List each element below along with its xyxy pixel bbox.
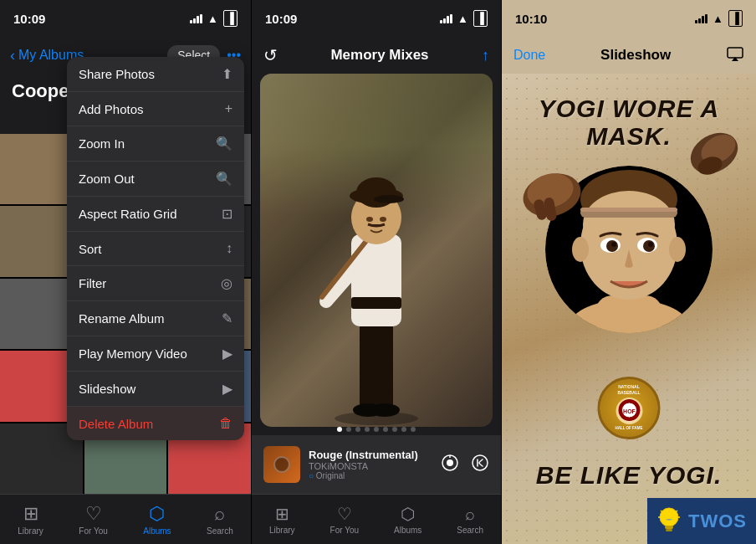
svg-rect-6 — [351, 297, 401, 309]
dot-3 — [365, 427, 370, 432]
twos-bulb — [656, 506, 682, 536]
tab-albums-2[interactable]: ⬡ Albums — [394, 504, 421, 535]
albums-icon-2: ⬡ — [401, 504, 415, 524]
tab-for-you[interactable]: ♡ For You — [79, 503, 107, 536]
dropdown-item-rename[interactable]: Rename Album ✎ — [67, 301, 244, 336]
dropdown-item-filter[interactable]: Filter ◎ — [67, 266, 244, 301]
dropdown-item-play-memory[interactable]: Play Memory Video ▶ — [67, 336, 244, 372]
music-track: Rouge (Instrumental) — [309, 449, 432, 461]
svg-point-12 — [374, 195, 404, 203]
hof-logo: HOF — [616, 398, 642, 424]
music-ctrl-button-1[interactable] — [441, 454, 459, 476]
music-controls — [441, 454, 489, 476]
tab-for-you-2[interactable]: ♡ For You — [330, 504, 359, 535]
dot-8 — [411, 427, 416, 432]
svg-rect-48 — [666, 529, 672, 531]
yogi-bottom-text-area: BE LIKE YOGI. — [510, 461, 748, 490]
dropdown-item-sort[interactable]: Sort ↕ — [67, 232, 244, 266]
for-you-label-2: For You — [330, 526, 359, 535]
panel-3-iphone: 10:10 ▲ ▐ Done Slideshow — [502, 0, 756, 544]
status-icons-3: ▲ ▐ — [695, 10, 743, 27]
bar1-p3 — [695, 20, 697, 23]
bar4-p3 — [705, 14, 707, 23]
main-photo-area — [260, 74, 493, 427]
hof-initials: HOF — [617, 398, 641, 423]
zoom-in-icon: 🔍 — [216, 136, 232, 151]
svg-text:HOF: HOF — [623, 408, 636, 414]
tab-search-2[interactable]: ⌕ Search — [457, 505, 483, 535]
tab-search[interactable]: ⌕ Search — [207, 503, 233, 536]
dropdown-item-share-photos[interactable]: Share Photos ⬆ — [67, 57, 244, 92]
dot-1 — [346, 427, 351, 432]
svg-point-18 — [472, 455, 488, 470]
tab-bar-2: ⊞ Library ♡ For You ⬡ Albums ⌕ Search — [252, 494, 501, 544]
dropdown-item-zoom-in[interactable]: Zoom In 🔍 — [67, 126, 244, 162]
tab-albums[interactable]: ⬡ Albums — [143, 503, 171, 536]
status-bar-2: 10:09 ▲ ▐ — [252, 0, 501, 37]
music-artist: TOKiMONSTA — [309, 461, 432, 471]
dot-0 — [337, 427, 342, 432]
svg-rect-25 — [595, 295, 662, 333]
tab-library-2[interactable]: ⊞ Library — [269, 504, 295, 535]
dropdown-item-aspect-ratio[interactable]: Aspect Ratio Grid ⊡ — [67, 197, 244, 232]
dropdown-item-zoom-out[interactable]: Zoom Out 🔍 — [67, 162, 244, 197]
svg-point-33 — [611, 242, 616, 247]
share-photos-icon: ⬆ — [222, 66, 232, 82]
library-label-2: Library — [269, 526, 295, 535]
bulb-svg — [657, 507, 681, 536]
battery-icon-3: ▐ — [728, 10, 743, 27]
zoom-out-label: Zoom Out — [79, 172, 135, 186]
status-time-2: 10:09 — [265, 12, 297, 26]
svg-point-35 — [572, 237, 589, 262]
tab-bar-1: ⊞ Library ♡ For You ⬡ Albums ⌕ Search — [0, 494, 251, 544]
nav-bar-3: Done Slideshow — [502, 37, 756, 74]
tab-library[interactable]: ⊞ Library — [18, 503, 43, 536]
dot-7 — [401, 427, 406, 432]
status-time-1: 10:09 — [13, 12, 45, 26]
zoom-out-icon: 🔍 — [216, 171, 232, 187]
svg-point-14 — [380, 217, 386, 222]
airplay-button[interactable] — [726, 44, 744, 67]
sort-label: Sort — [79, 242, 102, 256]
slideshow-title: Slideshow — [600, 47, 671, 64]
status-time-3: 10:10 — [515, 12, 547, 26]
share-button-2[interactable]: ↑ — [482, 47, 489, 64]
music-ctrl-button-2[interactable] — [471, 454, 489, 476]
hof-line3: HALL OF FAME — [615, 426, 642, 431]
dot-6 — [392, 427, 397, 432]
svg-rect-1 — [360, 318, 376, 410]
for-you-label: For You — [79, 526, 107, 536]
done-button[interactable]: Done — [513, 48, 545, 63]
nav-bar-2: ↺ Memory Mixes ↑ — [252, 37, 501, 74]
yogi-bottom-text: BE LIKE YOGI. — [510, 461, 748, 490]
battery-icon-2: ▐ — [473, 10, 488, 27]
player-area — [260, 74, 493, 427]
svg-point-46 — [660, 508, 678, 526]
hof-badge: NATIONAL BASEBALL HOF HALL OF FAME — [598, 377, 661, 439]
status-icons-1: ▲ ▐ — [190, 10, 238, 27]
delete-label: Delete Album — [79, 417, 153, 431]
chevron-left-icon: ‹ — [10, 47, 15, 64]
wifi-icon-2: ▲ — [457, 13, 468, 25]
dropdown-item-add-photos[interactable]: Add Photos + — [67, 92, 244, 126]
filter-icon: ◎ — [221, 275, 232, 291]
dropdown-item-delete[interactable]: Delete Album 🗑 — [67, 407, 244, 440]
svg-point-28 — [583, 191, 675, 258]
refresh-button[interactable]: ↺ — [263, 45, 278, 65]
sort-icon: ↕ — [226, 241, 232, 256]
dropdown-item-slideshow[interactable]: Slideshow ▶ — [67, 372, 244, 407]
aspect-ratio-icon: ⊡ — [222, 206, 232, 222]
rename-icon: ✎ — [222, 310, 232, 326]
delete-icon: 🗑 — [219, 416, 232, 431]
main-photo-inner — [260, 74, 493, 427]
search-icon: ⌕ — [214, 503, 225, 525]
battery-icon: ▐ — [223, 10, 238, 27]
dropdown-menu: Share Photos ⬆ Add Photos + Zoom In 🔍 Zo… — [67, 57, 244, 440]
yogi-background: YOGI WORE A MASK. — [502, 74, 756, 544]
dot-4 — [374, 427, 379, 432]
svg-rect-38 — [580, 208, 677, 212]
dot-5 — [383, 427, 388, 432]
bar1 — [190, 20, 192, 23]
search-icon-2: ⌕ — [465, 505, 475, 524]
twos-watermark: TWOS — [647, 498, 756, 544]
